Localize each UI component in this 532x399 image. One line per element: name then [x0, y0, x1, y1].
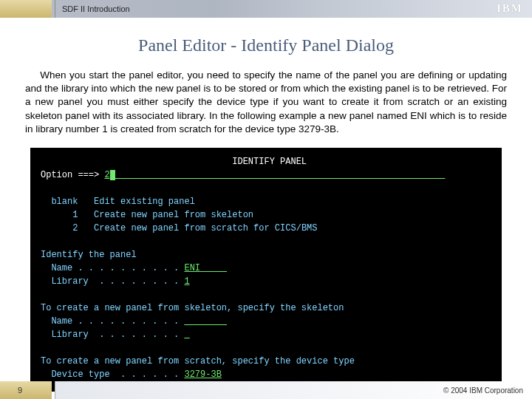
opt-1-desc: Create new panel from skeleton: [94, 210, 253, 220]
skeleton-label: To create a new panel from skeleton, spe…: [41, 303, 344, 313]
identify-lib-label: Library . . . . . . . .: [51, 276, 179, 287]
scratch-device-label: Device type . . . . . .: [51, 369, 179, 380]
opt-2-desc: Create new panel from scratch for CICS/B…: [94, 223, 317, 233]
identify-label: Identify the panel: [41, 250, 137, 260]
skeleton-name-blank: ________: [184, 316, 227, 327]
page-title: Panel Editor - Identify Panel Dialog: [0, 35, 532, 55]
header-accent: [0, 0, 52, 18]
opt-1-key: 1: [72, 210, 78, 220]
terminal-heading: IDENTIFY PANEL: [232, 157, 307, 167]
scratch-device-value: 3279-3B: [184, 369, 221, 380]
terminal-screenshot: ....................................IDEN…: [30, 148, 502, 392]
identify-name-value: ENI: [184, 263, 200, 273]
header-divider: [55, 0, 55, 18]
identify-name-label: Name . . . . . . . . . .: [51, 263, 179, 273]
option-value: 2: [104, 170, 109, 180]
slide-footer: 9 © 2004 IBM Corporation: [0, 381, 532, 399]
skeleton-lib-blank: _: [184, 330, 189, 340]
copyright: © 2004 IBM Corporation: [443, 386, 523, 395]
slide-header: SDF II Introduction IBM: [0, 0, 532, 18]
footer-accent: [0, 381, 52, 399]
scratch-label: To create a new panel from scratch, spec…: [41, 356, 355, 366]
identify-lib-value: 1: [184, 276, 189, 287]
opt-blank-key: blank: [51, 197, 78, 207]
opt-2-key: 2: [72, 223, 78, 233]
cursor-icon: [110, 170, 115, 180]
ibm-logo: IBM: [497, 2, 523, 15]
option-prompt: Option ===>: [41, 170, 99, 180]
skeleton-lib-label: Library . . . . . . . .: [51, 330, 179, 340]
body-paragraph: When you start the panel editor, you nee…: [0, 69, 532, 136]
header-product: SDF II Introduction: [62, 4, 130, 13]
page-number: 9: [18, 386, 22, 395]
identify-name-pad: _____: [200, 263, 227, 273]
opt-blank-desc: Edit existing panel: [94, 197, 195, 207]
skeleton-name-label: Name . . . . . . . . . .: [51, 316, 179, 327]
